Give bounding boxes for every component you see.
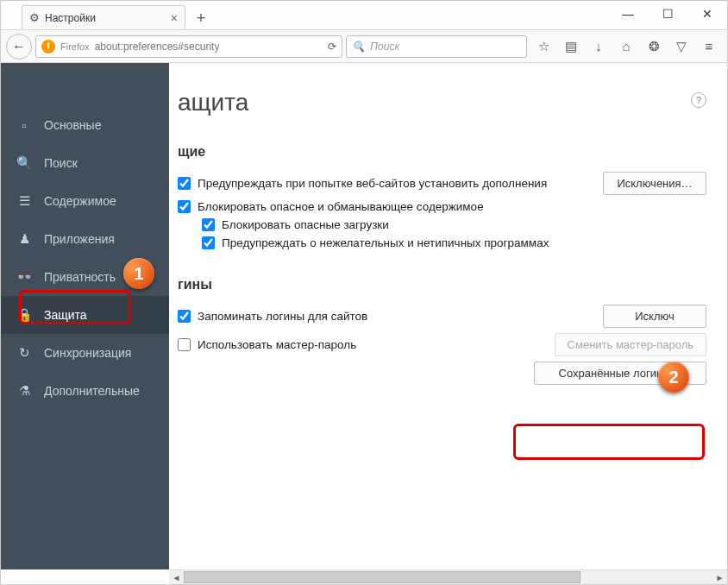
scroll-track[interactable] (184, 570, 712, 584)
block-downloads-checkbox[interactable] (202, 218, 215, 231)
gear-icon: ⚙ (29, 11, 40, 24)
applications-icon: ♟ (16, 231, 32, 247)
navbar: ← f Firefox about:preferences#security ⟳… (1, 30, 727, 63)
warn-unwanted-checkbox[interactable] (202, 236, 215, 249)
exceptions-button[interactable]: Исключения… (603, 172, 706, 195)
advanced-icon: ⚗ (16, 383, 32, 399)
general-icon: ▫ (16, 118, 32, 133)
sidebar-item-label: Синхронизация (44, 346, 131, 360)
downloads-icon[interactable]: ↓ (586, 34, 612, 60)
scroll-right-arrow[interactable]: ► (712, 570, 727, 585)
block-dangerous-label: Блокировать опасное и обманывающее содер… (198, 200, 484, 213)
change-master-password-button[interactable]: Сменить мастер-пароль (555, 333, 706, 356)
annotation-marker-2: 2 (658, 362, 689, 393)
back-button[interactable]: ← (6, 34, 32, 60)
sidebar-item-label: Основные (44, 118, 101, 132)
sidebar-item-general[interactable]: ▫ Основные (1, 106, 169, 144)
identity-label: Firefox (60, 41, 90, 52)
use-master-password-label: Использовать мастер-пароль (198, 338, 356, 351)
lock-icon: 🔒 (16, 307, 32, 323)
sidebar-item-sync[interactable]: ↻ Синхронизация (1, 334, 169, 372)
sync-sidebar-icon: ↻ (16, 345, 32, 361)
sidebar-item-label: Приложения (44, 232, 115, 246)
login-exceptions-button[interactable]: Исключ (603, 305, 706, 328)
horizontal-scrollbar[interactable]: ◄ ► (169, 569, 727, 584)
tab-label: Настройки (45, 12, 96, 24)
search-icon: 🔍 (352, 41, 365, 53)
warn-addons-checkbox[interactable] (178, 177, 191, 190)
library-icon[interactable]: ▤ (558, 34, 584, 60)
sidebar-item-security[interactable]: 🔒 Защита (1, 296, 169, 334)
sidebar: ▫ Основные 🔍 Поиск ☰ Содержимое ♟ Прилож… (1, 63, 169, 569)
window-close-button[interactable]: ✕ (687, 1, 727, 27)
section-logins-heading: гины (178, 277, 706, 292)
help-icon[interactable]: ? (691, 92, 706, 108)
sidebar-item-label: Поиск (44, 156, 78, 170)
sidebar-item-label: Дополнительные (44, 384, 140, 398)
scroll-left-arrow[interactable]: ◄ (169, 570, 184, 585)
search-icon: 🔍 (16, 155, 32, 171)
tab-close-icon[interactable]: × (171, 11, 178, 25)
sidebar-item-label: Содержимое (44, 194, 116, 208)
bookmark-star-icon[interactable]: ☆ (530, 34, 556, 60)
pocket-icon[interactable]: ▽ (668, 34, 694, 60)
remember-logins-label: Запоминать логины для сайтов (198, 310, 367, 323)
firefox-icon: f (41, 40, 55, 53)
block-downloads-label: Блокировать опасные загрузки (222, 218, 389, 231)
warn-addons-label: Предупреждать при попытке веб-сайтов уст… (198, 177, 547, 190)
window-maximize-button[interactable]: ☐ (648, 1, 687, 27)
content-icon: ☰ (16, 193, 32, 209)
sidebar-item-search[interactable]: 🔍 Поиск (1, 144, 169, 182)
sidebar-item-applications[interactable]: ♟ Приложения (1, 220, 169, 258)
url-text: about:preferences#security (95, 41, 220, 53)
block-dangerous-checkbox[interactable] (178, 200, 191, 213)
sync-icon[interactable]: ❂ (641, 34, 667, 60)
sidebar-item-label: Защита (44, 308, 87, 322)
use-master-password-checkbox[interactable] (178, 338, 191, 351)
warn-unwanted-label: Предупреждать о нежелательных и нетипичн… (222, 236, 549, 249)
section-general-heading: щие (178, 144, 706, 160)
reload-icon[interactable]: ⟳ (328, 41, 336, 53)
home-icon[interactable]: ⌂ (613, 34, 639, 60)
page-title: ащита (178, 89, 706, 116)
menu-icon[interactable]: ≡ (696, 34, 722, 60)
sidebar-item-advanced[interactable]: ⚗ Дополнительные (1, 372, 169, 410)
search-placeholder: Поиск (370, 41, 399, 53)
annotation-marker-1: 1 (123, 258, 154, 289)
scroll-thumb[interactable] (184, 571, 581, 583)
search-bar[interactable]: 🔍 Поиск (346, 35, 527, 58)
main-panel: ащита ? щие Предупреждать при попытке ве… (169, 63, 727, 569)
window-minimize-button[interactable]: — (608, 1, 648, 27)
url-bar[interactable]: f Firefox about:preferences#security ⟳ (35, 35, 342, 58)
sidebar-item-label: Приватность (44, 270, 116, 284)
privacy-icon: 👓 (16, 269, 32, 285)
sidebar-item-content[interactable]: ☰ Содержимое (1, 182, 169, 220)
new-tab-button[interactable]: + (189, 7, 213, 29)
tab-settings[interactable]: ⚙ Настройки × (22, 5, 185, 29)
remember-logins-checkbox[interactable] (178, 310, 191, 323)
